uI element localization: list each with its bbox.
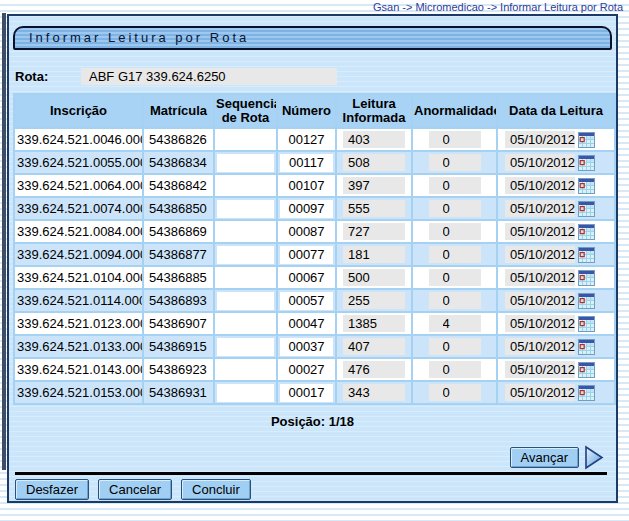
anormalidade-input[interactable] (429, 315, 481, 332)
data-leitura-input[interactable] (505, 223, 575, 240)
leitura-informada-input[interactable] (343, 361, 405, 378)
calendar-icon[interactable] (578, 201, 595, 217)
anormalidade-input[interactable] (429, 269, 481, 286)
breadcrumb[interactable]: Gsan -> Micromedicao -> Informar Leitura… (373, 1, 623, 13)
leitura-informada-input[interactable] (343, 246, 405, 263)
calendar-icon[interactable] (578, 178, 595, 194)
anormalidade-input[interactable] (429, 154, 481, 171)
numero-input[interactable] (280, 292, 332, 310)
data-leitura-input[interactable] (505, 361, 575, 378)
numero-input[interactable] (280, 200, 332, 218)
data-leitura-input[interactable] (505, 269, 575, 286)
leitura-informada-input[interactable] (343, 384, 405, 401)
calendar-icon[interactable] (578, 224, 595, 240)
inscricao-cell: 339.624.521.0114.000 (14, 289, 143, 312)
numero-input[interactable] (280, 131, 332, 149)
data-leitura-input[interactable] (505, 177, 575, 194)
calendar-icon[interactable] (578, 316, 595, 332)
calendar-icon[interactable] (578, 247, 595, 263)
anormalidade-input[interactable] (429, 246, 481, 263)
anormalidade-input[interactable] (429, 384, 481, 401)
leitura-informada-input[interactable] (343, 177, 405, 194)
calendar-icon[interactable] (578, 362, 595, 378)
data-leitura-cell (497, 220, 615, 243)
inscricao-cell: 339.624.521.0055.000 (14, 151, 143, 174)
numero-input[interactable] (280, 338, 332, 356)
calendar-icon[interactable] (578, 339, 595, 355)
sequencial-rota-input[interactable] (217, 246, 273, 264)
concluir-button[interactable]: Concluir (181, 479, 251, 500)
data-leitura-input[interactable] (505, 338, 575, 355)
inscricao-cell: 339.624.521.0153.000 (14, 381, 143, 404)
numero-input[interactable] (280, 223, 332, 241)
sequencial-rota-input[interactable] (217, 361, 273, 379)
desfazer-button[interactable]: Desfazer (15, 479, 89, 500)
next-arrow-icon[interactable] (584, 445, 605, 470)
anormalidade-cell (412, 243, 497, 266)
data-leitura-input[interactable] (505, 154, 575, 171)
data-leitura-cell (497, 151, 615, 174)
data-leitura-cell (497, 174, 615, 197)
footer-divider (15, 472, 607, 475)
leitura-informada-input[interactable] (343, 200, 405, 217)
sequencial-rota-input[interactable] (217, 131, 273, 149)
sequencial-rota-input[interactable] (217, 269, 273, 287)
rota-row: Rota: (15, 68, 337, 85)
rota-input[interactable] (81, 68, 337, 85)
table-row: 339.624.521.0133.00054386915 (14, 335, 615, 358)
data-leitura-input[interactable] (505, 200, 575, 217)
numero-input[interactable] (280, 384, 332, 402)
anormalidade-input[interactable] (429, 292, 481, 309)
data-leitura-cell (497, 197, 615, 220)
column-header: Leitura Informada (336, 94, 412, 128)
calendar-icon[interactable] (578, 132, 595, 148)
anormalidade-input[interactable] (429, 131, 481, 148)
numero-input[interactable] (280, 177, 332, 195)
table-row: 339.624.521.0123.00054386907 (14, 312, 615, 335)
anormalidade-input[interactable] (429, 361, 481, 378)
sequencial-rota-input[interactable] (217, 200, 273, 218)
sequencial-rota-input[interactable] (217, 223, 273, 241)
anormalidade-input[interactable] (429, 223, 481, 240)
leitura-informada-input[interactable] (343, 315, 405, 332)
leitura-informada-input[interactable] (343, 292, 405, 309)
calendar-icon[interactable] (578, 270, 595, 286)
sequencial-rota-input[interactable] (217, 315, 273, 333)
numero-input[interactable] (280, 269, 332, 287)
data-leitura-input[interactable] (505, 246, 575, 263)
table-row: 339.624.521.0046.00054386826 (14, 128, 615, 151)
leitura-informada-input[interactable] (343, 338, 405, 355)
sequencial-rota-input[interactable] (217, 292, 273, 310)
leitura-cell (336, 312, 412, 335)
calendar-icon[interactable] (578, 385, 595, 401)
sequencial-rota-input[interactable] (217, 154, 273, 172)
table-row: 339.624.521.0064.00054386842 (14, 174, 615, 197)
numero-cell (277, 289, 336, 312)
anormalidade-input[interactable] (429, 177, 481, 194)
data-leitura-input[interactable] (505, 292, 575, 309)
leitura-informada-input[interactable] (343, 269, 405, 286)
numero-input[interactable] (280, 154, 332, 172)
data-leitura-input[interactable] (505, 384, 575, 401)
leitura-informada-input[interactable] (343, 154, 405, 171)
data-leitura-input[interactable] (505, 131, 575, 148)
sequencial-rota-input[interactable] (217, 338, 273, 356)
leitura-informada-input[interactable] (343, 131, 405, 148)
anormalidade-input[interactable] (429, 200, 481, 217)
sequencial-rota-input[interactable] (217, 384, 273, 402)
sequencial-rota-input[interactable] (217, 177, 273, 195)
page-title: Informar Leitura por Rota (13, 26, 612, 50)
calendar-icon[interactable] (578, 293, 595, 309)
table-row: 339.624.521.0114.00054386893 (14, 289, 615, 312)
numero-input[interactable] (280, 246, 332, 264)
avancar-button[interactable]: Avançar (510, 447, 579, 468)
cancelar-button[interactable]: Cancelar (98, 479, 172, 500)
data-leitura-input[interactable] (505, 315, 575, 332)
numero-input[interactable] (280, 361, 332, 379)
leitura-informada-input[interactable] (343, 223, 405, 240)
numero-input[interactable] (280, 315, 332, 333)
leitura-cell (336, 289, 412, 312)
anormalidade-input[interactable] (429, 338, 481, 355)
matricula-cell: 54386842 (143, 174, 214, 197)
calendar-icon[interactable] (578, 155, 595, 171)
